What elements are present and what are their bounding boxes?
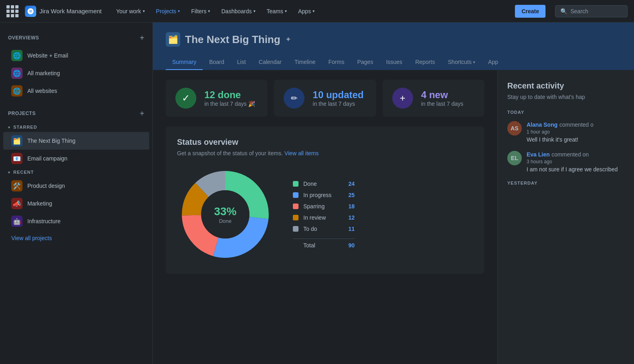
page-title: The Next Big Thing: [185, 33, 280, 46]
infrastructure-icon: 🤖: [11, 216, 23, 227]
nav-your-work[interactable]: Your work ▾: [111, 6, 150, 17]
nav-dashboards[interactable]: Dashboards ▾: [216, 6, 260, 17]
activity-comment-alana: Well I think it's great!: [527, 136, 593, 143]
topnav-nav: Your work ▾ Projects ▾ Filters ▾ Dashboa…: [111, 6, 512, 17]
activity-time-eva: 3 hours ago: [527, 159, 618, 165]
email-campaign-icon: 📧: [11, 153, 23, 164]
sidebar-item-infrastructure[interactable]: 🤖 Infrastructure: [3, 212, 149, 230]
legend-item-sparring: Sparring 18: [293, 203, 355, 210]
avatar-eva: EL: [507, 151, 522, 165]
sidebar: Overviews + 🌐 Website + Email 🌐 All mark…: [0, 23, 153, 364]
legend-item-inprogress: In progress 25: [293, 192, 355, 198]
activity-comment-eva: I am not sure if I agree we described: [527, 166, 618, 173]
activity-item-eva: EL Eva Lien commented on 3 hours ago I a…: [507, 151, 624, 173]
logo[interactable]: Jira Work Management: [25, 6, 102, 17]
sidebar-item-label: Product design: [27, 183, 65, 189]
status-overview-subtitle: Get a snapshot of the status of your ite…: [177, 150, 473, 156]
recent-group-header[interactable]: ▾ RECENT: [0, 167, 152, 177]
tab-shortcuts[interactable]: Shortcuts ▾: [441, 55, 482, 70]
today-label: TODAY: [507, 110, 624, 115]
stat-new-info: 4 new in the last 7 days: [421, 89, 463, 107]
app-switcher-button[interactable]: [6, 5, 19, 17]
tab-forms[interactable]: Forms: [322, 55, 351, 70]
chevron-down-icon: ▾: [473, 60, 475, 64]
star-icon[interactable]: ✦: [285, 35, 291, 44]
stat-updated-sub: in the last 7 days: [313, 101, 364, 107]
projects-section: Projects + ▾ STARRED 🗂️ The Next Big Thi…: [0, 106, 152, 230]
sidebar-item-all-websites[interactable]: 🌐 All websites: [3, 82, 149, 100]
stat-card-updated: ✏ 10 updated in the last 7 days: [274, 80, 376, 117]
legend-label: Done: [303, 181, 344, 187]
activity-user-alana[interactable]: Alana Song: [527, 121, 558, 128]
starred-group-header[interactable]: ▾ STARRED: [0, 122, 152, 132]
tab-summary[interactable]: Summary: [166, 55, 203, 70]
view-all-projects-link[interactable]: View all projects: [3, 230, 149, 246]
activity-info-alana: Alana Song commented o 1 hour ago Well I…: [527, 121, 593, 143]
add-overview-button[interactable]: +: [140, 34, 144, 42]
activity-user-eva[interactable]: Eva Lien: [527, 151, 550, 158]
nav-projects[interactable]: Projects ▾: [151, 6, 185, 17]
sidebar-item-website-email[interactable]: 🌐 Website + Email: [3, 47, 149, 64]
done-icon: ✓: [175, 88, 196, 109]
search-bar[interactable]: 🔍 Search: [555, 5, 628, 17]
tab-calendar[interactable]: Calendar: [252, 55, 288, 70]
nav-filters[interactable]: Filters ▾: [186, 6, 215, 17]
activity-action-eva: commented on: [552, 151, 589, 158]
marketing-icon: 📣: [11, 198, 23, 209]
tab-board[interactable]: Board: [203, 55, 231, 70]
next-big-thing-icon: 🗂️: [11, 135, 23, 146]
yesterday-label: YESTERDAY: [507, 181, 624, 185]
legend-color-todo: [293, 226, 298, 232]
legend-item-total: Total 90: [293, 239, 355, 249]
sidebar-item-marketing[interactable]: 📣 Marketing: [3, 195, 149, 212]
sidebar-item-label: The Next Big Thing: [27, 138, 76, 144]
tab-issues[interactable]: Issues: [380, 55, 409, 70]
recent-label: RECENT: [13, 170, 34, 175]
status-overview-title: Status overview: [177, 138, 473, 147]
create-button[interactable]: Create: [515, 5, 545, 18]
chevron-down-icon: ▾: [8, 170, 10, 175]
nav-apps[interactable]: Apps ▾: [293, 6, 319, 17]
sidebar-item-product-design[interactable]: 🛠️ Product design: [3, 177, 149, 195]
legend-total-label: Total: [303, 242, 344, 249]
stat-done-value: 12 done: [204, 89, 255, 101]
activity-info-eva: Eva Lien commented on 3 hours ago I am n…: [527, 151, 618, 173]
project-header: 🗂️ The Next Big Thing ✦ Summary Board Li…: [153, 23, 634, 70]
nav-teams[interactable]: Teams ▾: [262, 6, 292, 17]
sidebar-item-label: Infrastructure: [27, 218, 60, 224]
add-project-button[interactable]: +: [140, 109, 144, 117]
legend-total-value: 90: [348, 242, 355, 249]
chevron-down-icon: ▾: [143, 9, 145, 13]
status-overview: Status overview Get a snapshot of the st…: [166, 126, 484, 274]
tab-list[interactable]: List: [231, 55, 252, 70]
projects-header: Projects +: [0, 106, 152, 121]
legend-color-sparring: [293, 204, 298, 209]
tab-timeline[interactable]: Timeline: [288, 55, 322, 70]
avatar-alana: AS: [507, 121, 522, 136]
activity-time-alana: 1 hour ago: [527, 129, 593, 135]
legend-label: Sparring: [303, 203, 344, 210]
activity-item-alana: AS Alana Song commented o 1 hour ago Wel…: [507, 121, 624, 143]
project-icon: 🗂️: [166, 32, 180, 47]
main-layout: Overviews + 🌐 Website + Email 🌐 All mark…: [0, 23, 634, 364]
tab-reports[interactable]: Reports: [409, 55, 441, 70]
activity-subtitle: Stay up to date with what's hap: [507, 94, 624, 100]
sidebar-item-all-marketing[interactable]: 🌐 All marketing: [3, 64, 149, 82]
tab-pages[interactable]: Pages: [351, 55, 380, 70]
content-body: ✓ 12 done in the last 7 days 🎉 ✏ 10 upda…: [153, 70, 634, 364]
legend-value: 12: [348, 214, 355, 221]
legend-item-inreview: In review 12: [293, 214, 355, 221]
legend-value: 25: [348, 192, 355, 198]
legend-label: In review: [303, 214, 344, 221]
search-icon: 🔍: [560, 8, 567, 14]
sidebar-item-email-campaign[interactable]: 📧 Email campaign: [3, 150, 149, 167]
content-area: 🗂️ The Next Big Thing ✦ Summary Board Li…: [153, 23, 634, 364]
tab-app[interactable]: App: [482, 55, 504, 70]
stat-card-done: ✓ 12 done in the last 7 days 🎉: [166, 80, 268, 117]
view-all-items-link[interactable]: View all items: [284, 150, 319, 156]
overviews-section: Overviews +: [0, 31, 152, 45]
legend-item-done: Done 24: [293, 181, 355, 187]
stat-done-info: 12 done in the last 7 days 🎉: [204, 89, 255, 107]
activity-title: Recent activity: [507, 81, 624, 90]
sidebar-item-next-big-thing[interactable]: 🗂️ The Next Big Thing: [3, 132, 149, 150]
